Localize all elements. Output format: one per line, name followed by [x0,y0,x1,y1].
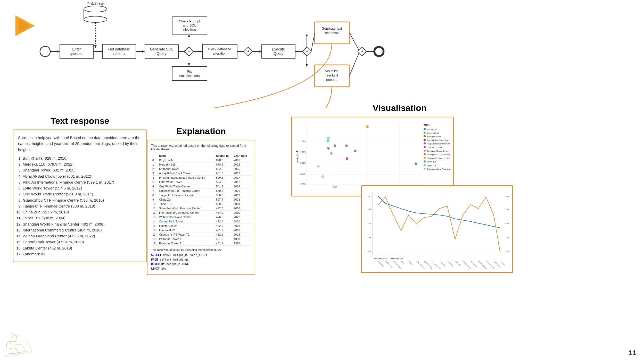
svg-text:650: 650 [505,222,509,225]
svg-text:Merdeka 118: Merdeka 118 [427,132,439,134]
svg-text:Database: Database [87,2,104,6]
svg-text:Taipei 101: Taipei 101 [427,164,436,167]
explanation-title: Explanation [147,126,255,136]
explanation-intro: This answer was obtained based on the fo… [151,144,251,151]
svg-point-101 [346,157,348,160]
svg-text:Fix: Fix [187,70,192,73]
text-response-list: Burj Khalifa (828 m, 2010) Merdeka 118 (… [23,155,142,257]
svg-marker-36 [200,50,202,53]
svg-text:height_m: height_m [394,257,403,260]
list-item: Wuhan Greenland Center (475.6 m, 2022) [23,233,142,239]
svg-text:Shanghai Tower: Shanghai Tower [427,135,442,138]
svg-point-2 [84,6,107,12]
svg-point-108 [321,175,324,178]
svg-text:Shanghai World Financial Cente: Shanghai World Financial Center [427,168,450,170]
svg-text:550: 550 [505,236,509,239]
svg-point-109 [317,165,320,168]
svg-text:Abraj...: Abraj... [401,260,405,265]
svg-point-113 [424,132,426,134]
svg-point-121 [424,146,426,148]
svg-marker-65 [306,64,308,67]
table-row: 4Ping An International Finance Centre599… [151,176,251,180]
svg-text:+: + [361,49,363,53]
table-row: 1Merdeka 118678.92022 [151,162,251,167]
svg-text:hallucinations: hallucinations [179,74,200,78]
svg-point-131 [424,164,426,166]
col-index [151,154,158,158]
svg-text:2010: 2010 [367,222,372,225]
explanation-section: Explanation This answer was obtained bas… [147,126,255,275]
svg-text:Query: Query [157,51,167,56]
svg-text:450: 450 [505,251,509,253]
svg-text:One World Trade Center: One World Trade Center [427,150,449,152]
svg-text:500: 500 [333,186,337,188]
svg-line-63 [311,33,315,51]
svg-text:2020: 2020 [367,195,372,197]
table-row: 2Shanghai Tower632.02015 [151,167,251,171]
svg-point-77 [375,48,383,55]
svg-text:2000: 2000 [300,183,306,185]
svg-text:and SQL: and SQL [183,23,196,27]
svg-line-71 [349,51,360,76]
svg-point-133 [424,168,426,170]
svg-text:International...: International... [470,260,478,268]
svg-text:Get database: Get database [108,47,130,51]
explanation-table: name height_m year_built 0Burj Khalifa82… [151,154,251,246]
text-response-section: Text response Sure, I can help you with … [13,116,147,262]
svg-point-99 [366,125,369,128]
svg-rect-147 [374,258,377,259]
svg-point-125 [424,153,426,155]
svg-point-119 [424,142,426,144]
table-row: 19Petronas Tower 2451.91998 [151,241,251,246]
svg-line-70 [349,33,360,51]
svg-point-129 [424,160,426,162]
svg-marker-21 [142,50,145,53]
list-item: Abraj Al-Bait Clock Tower (601 m, 2012) [23,173,142,179]
svg-text:Check Prompt: Check Prompt [179,19,200,23]
svg-marker-11 [57,50,60,53]
table-row: 6One World Trade Center541.32014 [151,184,251,189]
visualisation-section: Visualisation year_built height_m 2000 2… [271,103,477,196]
table-row: 15Lakhta Center462.02019 [151,224,251,228]
sql-intro: This data was obtained by executing the … [151,248,251,251]
list-item: Lotte World Tower (554.5 m, 2017) [23,185,142,191]
svg-text:Burj Khalifa: Burj Khalifa [377,260,384,267]
list-item: China Zun (527.7 m, 2018) [23,209,142,215]
svg-marker-41 [188,63,190,66]
table-row: 13Wuhan Greenland Center476.62022 [151,215,251,219]
svg-point-3 [84,16,107,22]
line-chart: 2020 2015 2010 2005 2000 850 750 650 550… [365,189,509,269]
svg-text:Block database: Block database [208,47,231,51]
table-row: 8Tianjin CTF Finance Centre530.02019 [151,193,251,197]
svg-point-104 [330,152,333,155]
svg-rect-149 [391,258,394,259]
line-chart-box: 2020 2015 2010 2005 2000 850 750 650 550… [361,185,513,273]
list-item: Ping An International Finance Centre (59… [23,179,142,185]
svg-text:name: name [424,124,430,126]
text-response-intro: Sure, I can help you with that! Based on… [18,135,142,153]
svg-point-111 [424,128,426,130]
svg-point-105 [327,147,330,150]
table-row: 3Abraj Al-Bait Clock Tower601.02012 [151,171,251,176]
svg-text:Lotte World Tower: Lotte World Tower [427,146,443,149]
svg-point-123 [424,150,426,152]
svg-marker-59 [306,34,308,36]
table-row: 7Guangzhou CTF Finance Centre530.02016 [151,189,251,193]
list-item: Taipei 101 (508 m, 2004) [23,215,142,221]
svg-text:Generate SQL: Generate SQL [150,47,173,51]
text-response-title: Text response [13,116,147,126]
svg-text:Shanghai Tower: Shanghai Tower [393,260,402,269]
svg-point-103 [334,144,336,147]
svg-text:2015: 2015 [367,208,372,210]
sql-code-block: SELECT name, height_m, year_built FROM t… [151,253,251,271]
svg-text:alteration: alteration [213,51,226,55]
svg-text:Taipei 101: Taipei 101 [455,260,461,266]
col-name: name [158,154,215,158]
svg-text:Query: Query [274,51,283,56]
svg-marker-8 [94,45,97,48]
svg-text:needed: needed [326,78,337,82]
table-row: 14Central Park Tower472.42020 [151,219,251,224]
table-row: 9China Zun527.72018 [151,197,251,202]
flowchart-diagram: Database Enter question Get database sch… [0,0,644,108]
svg-point-98 [415,162,417,165]
